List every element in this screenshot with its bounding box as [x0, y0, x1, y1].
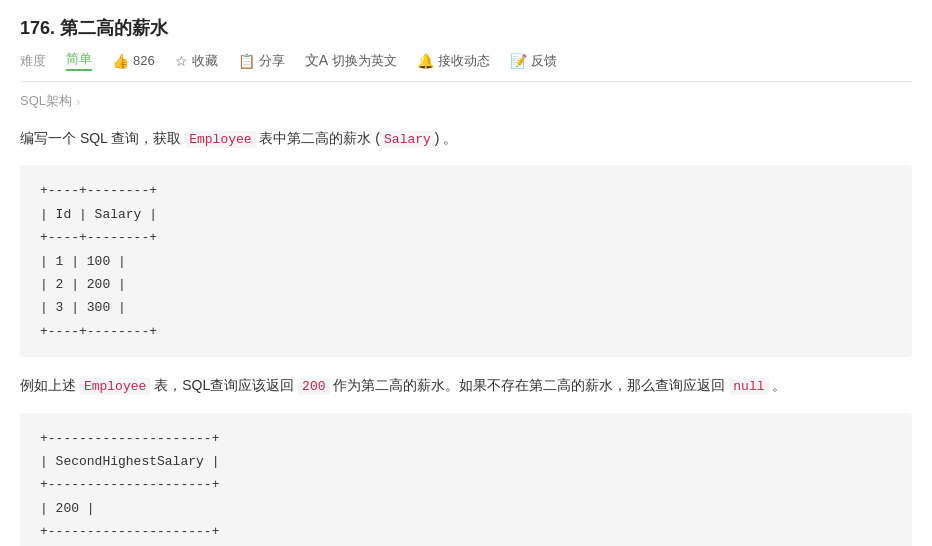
bell-icon: 🔔 — [417, 53, 434, 69]
table-row: | 3 | 300 | — [40, 296, 892, 319]
share-button[interactable]: 📋 分享 — [238, 52, 285, 70]
ex-pre: 例如上述 — [20, 377, 80, 393]
table-row: +----+--------+ — [40, 320, 892, 343]
ex-mid2: 作为第二高的薪水。如果不存在第二高的薪水，那么查询应返回 — [330, 377, 730, 393]
star-icon: ☆ — [175, 53, 188, 69]
feedback-label: 反馈 — [531, 52, 557, 70]
table-row: +---------------------+ — [40, 520, 892, 543]
feedback-icon: 📝 — [510, 53, 527, 69]
desc-code1: Employee — [185, 131, 255, 148]
table-row: | SecondHighestSalary | — [40, 450, 892, 473]
collect-label: 收藏 — [192, 52, 218, 70]
output-table-block: +---------------------+| SecondHighestSa… — [20, 413, 912, 546]
table-row: | 1 | 100 | — [40, 250, 892, 273]
table-row: +---------------------+ — [40, 473, 892, 496]
ex-code1: Employee — [80, 378, 150, 395]
switch-lang-button[interactable]: 文A 切换为英文 — [305, 52, 397, 70]
table-row: +---------------------+ — [40, 427, 892, 450]
table-row: +----+--------+ — [40, 226, 892, 249]
table-row: | 200 | — [40, 497, 892, 520]
difficulty-label: 难度 — [20, 52, 46, 70]
like-count: 826 — [133, 53, 155, 68]
desc-code2: Salary — [380, 131, 435, 148]
ex-mid: 表，SQL查询应该返回 — [150, 377, 298, 393]
breadcrumb-separator: › — [76, 94, 80, 109]
page-title: 176. 第二高的薪水 — [20, 16, 912, 40]
breadcrumb: SQL架构 › — [20, 92, 912, 110]
ex-post: 。 — [769, 377, 787, 393]
table-row: | 2 | 200 | — [40, 273, 892, 296]
ex-code3: null — [729, 378, 768, 395]
desc-post: ) 。 — [435, 130, 458, 146]
toolbar: 难度 简单 👍 826 ☆ 收藏 📋 分享 文A 切换为英文 🔔 接收动态 📝 … — [20, 50, 912, 82]
notify-label: 接收动态 — [438, 52, 490, 70]
translate-icon: 文A — [305, 52, 328, 70]
example-description: 例如上述 Employee 表，SQL查询应该返回 200 作为第二高的薪水。如… — [20, 373, 912, 398]
notify-button[interactable]: 🔔 接收动态 — [417, 52, 490, 70]
desc-mid: 表中第二高的薪水 ( — [256, 130, 380, 146]
share-label: 分享 — [259, 52, 285, 70]
ex-code2: 200 — [298, 378, 329, 395]
table-row: +----+--------+ — [40, 179, 892, 202]
like-icon: 👍 — [112, 53, 129, 69]
input-table-block: +----+--------+| Id | Salary |+----+----… — [20, 165, 912, 357]
share-icon: 📋 — [238, 53, 255, 69]
breadcrumb-category[interactable]: SQL架构 — [20, 92, 72, 110]
switch-label: 切换为英文 — [332, 52, 397, 70]
difficulty-value[interactable]: 简单 — [66, 50, 92, 71]
feedback-button[interactable]: 📝 反馈 — [510, 52, 557, 70]
desc-pre: 编写一个 SQL 查询，获取 — [20, 130, 185, 146]
table-row: | Id | Salary | — [40, 203, 892, 226]
collect-button[interactable]: ☆ 收藏 — [175, 52, 218, 70]
like-button[interactable]: 👍 826 — [112, 53, 155, 69]
problem-description: 编写一个 SQL 查询，获取 Employee 表中第二高的薪水 (Salary… — [20, 126, 912, 151]
